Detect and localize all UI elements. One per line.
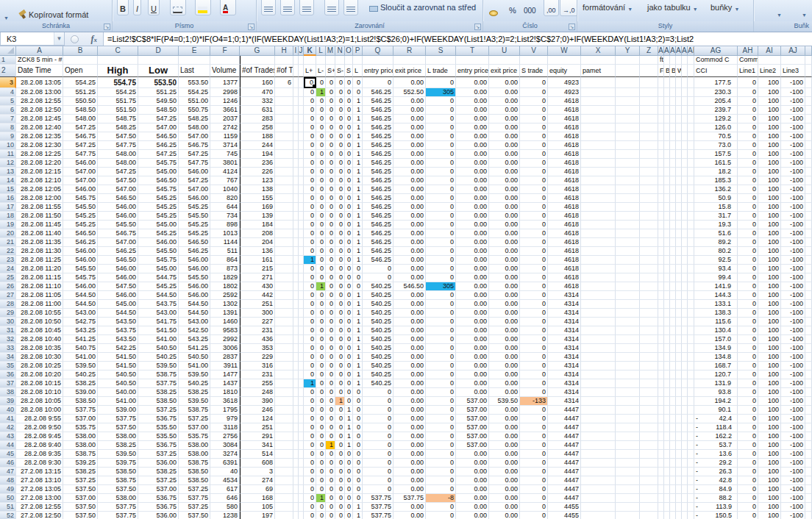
- cell-AG5[interactable]: 205.4: [694, 97, 738, 106]
- insert-function-icon[interactable]: fx: [90, 34, 97, 45]
- cell-AK46[interactable]: [805, 459, 812, 468]
- cell-C19[interactable]: 545.50: [98, 221, 138, 229]
- cell-P45[interactable]: 0: [353, 450, 363, 459]
- cell-AC6[interactable]: [670, 106, 676, 115]
- cell-AC25[interactable]: [670, 273, 676, 282]
- cell-V42[interactable]: 0: [520, 423, 548, 432]
- cell-AE10[interactable]: [682, 141, 688, 150]
- cell-K10[interactable]: 0: [304, 141, 316, 150]
- cell-Z35[interactable]: [640, 362, 658, 371]
- cell-AG52[interactable]: -150.5: [694, 512, 738, 519]
- cell-AB23[interactable]: [664, 256, 670, 265]
- cell-M45[interactable]: 0: [326, 450, 335, 459]
- row-header-22[interactable]: 22: [0, 247, 16, 256]
- font-dialog-launcher[interactable]: ↘: [248, 24, 254, 30]
- cell-P42[interactable]: 0: [353, 423, 363, 432]
- cell-X42[interactable]: [581, 423, 616, 432]
- cell-G26[interactable]: 430: [240, 282, 275, 291]
- col-header-N[interactable]: N: [335, 46, 345, 56]
- cell-AJ20[interactable]: -100: [781, 229, 805, 238]
- cell-D33[interactable]: 540.50: [138, 344, 179, 353]
- cell-O13[interactable]: 0: [345, 168, 353, 176]
- cell-AG19[interactable]: 19.3: [694, 221, 738, 229]
- cell-AB19[interactable]: [664, 221, 670, 229]
- cell-AE4[interactable]: [682, 88, 688, 97]
- cell-AD16[interactable]: [676, 194, 682, 203]
- cell-AI29[interactable]: 100: [758, 309, 781, 318]
- cell-F19[interactable]: 898: [210, 221, 240, 229]
- cell-M27[interactable]: 0: [326, 291, 335, 300]
- cell-E38[interactable]: 538.25: [179, 388, 210, 397]
- cell-M9[interactable]: 0: [326, 132, 335, 141]
- cell-AC36[interactable]: [670, 371, 676, 379]
- cell-H50[interactable]: [275, 494, 293, 503]
- cell-O34[interactable]: 0: [345, 353, 353, 362]
- cell-N8[interactable]: 0: [335, 124, 345, 132]
- cell-I16[interactable]: [293, 194, 299, 203]
- cell-AF34[interactable]: [688, 353, 694, 362]
- cell-AC42[interactable]: [670, 423, 676, 432]
- cell-M1[interactable]: [326, 56, 335, 65]
- cell-AF36[interactable]: [688, 371, 694, 379]
- cell-AG20[interactable]: 51.6: [694, 229, 738, 238]
- cell-Y41[interactable]: [616, 415, 640, 423]
- cell-A39[interactable]: 28.2.08 10:05: [16, 397, 63, 406]
- cell-G36[interactable]: 231: [240, 371, 275, 379]
- cell-R27[interactable]: 0.00: [393, 291, 426, 300]
- cell-AH41[interactable]: 0: [738, 415, 758, 423]
- cell-G38[interactable]: 248: [240, 388, 275, 397]
- cell-AG27[interactable]: 144.3: [694, 291, 738, 300]
- cell-AK17[interactable]: [805, 203, 812, 212]
- cell-AD6[interactable]: [676, 106, 682, 115]
- cell-Q23[interactable]: 546.25: [363, 256, 393, 265]
- cell-AC46[interactable]: [670, 459, 676, 468]
- row-header-6[interactable]: 6: [0, 106, 16, 115]
- cell-E4[interactable]: 554.25: [179, 88, 210, 97]
- cell-S4[interactable]: 305: [426, 88, 456, 97]
- cell-E1[interactable]: [179, 56, 210, 65]
- cell-W38[interactable]: 4314: [548, 388, 581, 397]
- cell-AF9[interactable]: [688, 132, 694, 141]
- cell-AH37[interactable]: 0: [738, 379, 758, 388]
- cell-Y13[interactable]: [616, 168, 640, 176]
- cell-AH6[interactable]: 0: [738, 106, 758, 115]
- cell-L5[interactable]: 0: [316, 97, 326, 106]
- col-title-A[interactable]: Date Time: [16, 65, 63, 77]
- cell-B16[interactable]: 545.75: [63, 194, 98, 203]
- cell-P38[interactable]: 0: [353, 388, 363, 397]
- cell-C48[interactable]: 538.75: [98, 476, 138, 485]
- cell-AD36[interactable]: [676, 371, 682, 379]
- cell-L11[interactable]: 0: [316, 150, 326, 159]
- cell-X22[interactable]: [581, 247, 616, 256]
- cell-AB30[interactable]: [664, 318, 670, 326]
- cell-AC8[interactable]: [670, 124, 676, 132]
- cell-styles-button[interactable]: buňky ▼: [708, 0, 741, 13]
- cell-Z8[interactable]: [640, 124, 658, 132]
- cell-J23[interactable]: [299, 256, 304, 265]
- cell-AC23[interactable]: [670, 256, 676, 265]
- cell-AA46[interactable]: [658, 459, 664, 468]
- cell-X32[interactable]: [581, 335, 616, 344]
- col-header-Z[interactable]: Z: [640, 46, 658, 56]
- cell-AH44[interactable]: 0: [738, 441, 758, 450]
- cell-C1[interactable]: [98, 56, 138, 65]
- cell-P16[interactable]: 1: [353, 194, 363, 203]
- cell-X31[interactable]: [581, 326, 616, 335]
- cell-AI13[interactable]: 100: [758, 168, 781, 176]
- col-header-AE[interactable]: AE: [682, 46, 688, 56]
- cell-Q50[interactable]: 537.75: [363, 494, 393, 503]
- cell-K49[interactable]: 0: [304, 485, 316, 494]
- cell-S25[interactable]: 0: [426, 273, 456, 282]
- cell-T7[interactable]: 0.00: [456, 115, 489, 124]
- cell-T4[interactable]: 0.00: [456, 88, 489, 97]
- cell-K38[interactable]: 0: [304, 388, 316, 397]
- cell-AK8[interactable]: [805, 124, 812, 132]
- cell-I31[interactable]: [293, 326, 299, 335]
- cell-AC32[interactable]: [670, 335, 676, 344]
- cell-C8[interactable]: 548.25: [98, 124, 138, 132]
- cell-AA11[interactable]: [658, 150, 664, 159]
- col-title-J[interactable]: [299, 65, 304, 77]
- cell-AK34[interactable]: [805, 353, 812, 362]
- cell-C29[interactable]: 544.50: [98, 309, 138, 318]
- cell-R17[interactable]: 0.00: [393, 203, 426, 212]
